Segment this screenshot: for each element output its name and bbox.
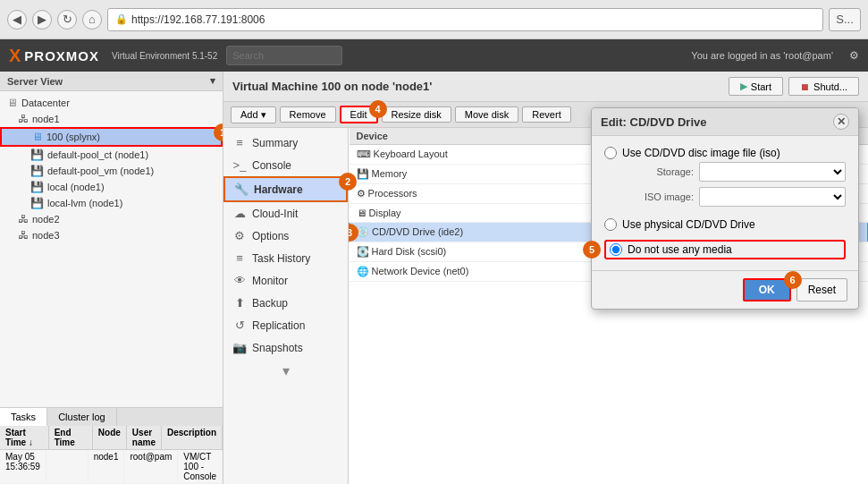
hardware-icon: 🔧 bbox=[234, 183, 249, 196]
col-user-label: User name bbox=[127, 426, 162, 449]
summary-icon: ≡ bbox=[232, 136, 247, 149]
memory-icon-cell: 💾 bbox=[357, 168, 369, 179]
col-device-header: Device bbox=[350, 128, 601, 145]
forward-button[interactable]: ▶ bbox=[32, 10, 52, 30]
resize-disk-button[interactable]: Resize disk bbox=[382, 106, 451, 123]
backup-icon: ⬆ bbox=[232, 296, 247, 310]
col-start-label: Start Time ↓ bbox=[0, 426, 49, 449]
move-disk-button[interactable]: Move disk bbox=[455, 106, 519, 123]
resize-disk-label: Resize disk bbox=[392, 109, 442, 120]
sidebar-chevron-icon[interactable]: ▾ bbox=[210, 75, 215, 87]
col-desc-label: Description bbox=[162, 426, 223, 449]
url-bar[interactable]: 🔒 https://192.168.77.191:8006 bbox=[107, 8, 823, 31]
nav-task-history[interactable]: ≡ Task History bbox=[223, 247, 348, 269]
node2-icon: 🖧 bbox=[18, 213, 29, 225]
start-button[interactable]: ▶ Start bbox=[729, 77, 783, 96]
radio-none-label: Do not use any media bbox=[628, 243, 732, 256]
storage-vm-icon: 💾 bbox=[30, 165, 44, 177]
radio-option-iso[interactable]: Use CD/DVD disc image file (iso) Storage… bbox=[604, 147, 846, 209]
nav-options[interactable]: ⚙ Options bbox=[223, 225, 348, 247]
move-disk-label: Move disk bbox=[465, 109, 510, 120]
ok-button[interactable]: OK 6 bbox=[743, 278, 791, 301]
radio-physical[interactable] bbox=[604, 218, 617, 231]
sidebar-item-local[interactable]: 💾 local (node1) bbox=[0, 179, 223, 195]
storage-ct-label: default-pool_ct (node1) bbox=[47, 149, 148, 160]
radio-none[interactable] bbox=[610, 243, 622, 256]
dialog-title-bar: Edit: CD/DVD Drive ✕ bbox=[592, 108, 858, 136]
sidebar-item-node3[interactable]: 🖧 node3 bbox=[0, 227, 223, 243]
revert-button[interactable]: Revert bbox=[522, 106, 570, 123]
nav-console-label: Console bbox=[252, 159, 291, 172]
vm-buttons: ▶ Start ⏹ Shutd... bbox=[729, 77, 859, 96]
cpu-icon-cell: ⚙ bbox=[357, 188, 366, 199]
dialog-close-button[interactable]: ✕ bbox=[833, 114, 849, 130]
browser-search-button[interactable]: S... bbox=[829, 8, 861, 31]
top-bar: X PROXMOX Virtual Environment 5.1-52 You… bbox=[0, 39, 868, 72]
radio-option-physical[interactable]: Use physical CD/DVD Drive bbox=[604, 218, 846, 231]
iso-select[interactable] bbox=[699, 187, 846, 207]
nav-snapshots[interactable]: 📷 Snapshots bbox=[223, 336, 348, 359]
url-text: https://192.168.77.191:8006 bbox=[131, 13, 265, 26]
storage-label: Storage: bbox=[622, 166, 694, 177]
sidebar-item-local-lvm[interactable]: 💾 local-lvm (node1) bbox=[0, 195, 223, 211]
sidebar-item-node2[interactable]: 🖧 node2 bbox=[0, 211, 223, 227]
dialog-body: Use CD/DVD disc image file (iso) Storage… bbox=[592, 136, 858, 270]
nav-monitor[interactable]: 👁 Monitor bbox=[223, 269, 348, 292]
add-label: Add bbox=[240, 109, 258, 120]
nav-hardware[interactable]: 🔧 Hardware 2 bbox=[223, 176, 348, 202]
sidebar-item-default-pool-vm[interactable]: 💾 default-pool_vm (node1) bbox=[0, 163, 223, 179]
sidebar-item-default-pool-ct[interactable]: 💾 default-pool_ct (node1) bbox=[0, 147, 223, 163]
gear-icon[interactable]: ⚙ bbox=[849, 49, 859, 62]
nav-backup[interactable]: ⬆ Backup bbox=[223, 292, 348, 314]
edit-label: Edit bbox=[350, 109, 367, 120]
refresh-button[interactable]: ↻ bbox=[57, 10, 77, 30]
tab-tasks[interactable]: Tasks bbox=[0, 408, 47, 426]
sidebar-item-vm100[interactable]: 🖥 100 (splynx) 1 bbox=[0, 127, 223, 147]
task-history-icon: ≡ bbox=[232, 251, 247, 265]
sidebar-item-datacenter[interactable]: 🖥 Datacenter bbox=[0, 95, 223, 111]
annotation-1: 1 bbox=[214, 123, 223, 141]
storage-select[interactable] bbox=[699, 162, 846, 182]
storage-vm-label: default-pool_vm (node1) bbox=[47, 166, 154, 176]
top-search-input[interactable] bbox=[226, 46, 342, 65]
col-node-label: Node bbox=[93, 426, 127, 449]
radio-option-none[interactable]: Do not use any media 5 bbox=[604, 240, 846, 259]
nav-task-history-label: Task History bbox=[252, 252, 310, 265]
sidebar-item-node1[interactable]: 🖧 node1 bbox=[0, 111, 223, 127]
keyboard-icon-cell: ⌨ bbox=[357, 149, 371, 159]
vm100-icon: 🖥 bbox=[32, 131, 43, 143]
tab-cluster-log[interactable]: Cluster log bbox=[47, 408, 117, 426]
reset-button[interactable]: Reset bbox=[796, 278, 847, 301]
nav-replication-label: Replication bbox=[252, 319, 305, 332]
table-row: May 05 15:36:59 node1 root@pam VM/CT 100… bbox=[0, 450, 223, 484]
nav-cloud-init[interactable]: ☁ Cloud-Init bbox=[223, 202, 348, 225]
sidebar-bottom: Tasks Cluster log Start Time ↓ End Time … bbox=[0, 407, 223, 484]
node1-label: node1 bbox=[32, 114, 60, 124]
datacenter-icon: 🖥 bbox=[7, 97, 18, 109]
edit-button[interactable]: Edit 4 bbox=[340, 106, 378, 123]
local-icon: 💾 bbox=[30, 181, 44, 193]
ok-label: OK bbox=[759, 284, 775, 296]
add-button[interactable]: Add ▾ bbox=[231, 106, 276, 123]
radio-iso[interactable] bbox=[604, 147, 617, 159]
vm100-label: 100 (splynx) bbox=[46, 132, 100, 142]
remove-button[interactable]: Remove bbox=[280, 106, 336, 123]
local-lvm-icon: 💾 bbox=[30, 197, 44, 209]
tasks-table-header: Start Time ↓ End Time Node User name Des… bbox=[0, 426, 223, 450]
task-end bbox=[46, 450, 88, 483]
shutdown-button[interactable]: ⏹ Shutd... bbox=[788, 77, 859, 96]
nav-console[interactable]: >_ Console bbox=[223, 154, 348, 176]
sidebar-header: Server View ▾ bbox=[0, 72, 223, 91]
home-button[interactable]: ⌂ bbox=[82, 10, 102, 30]
edit-cdvd-dialog: Edit: CD/DVD Drive ✕ Use CD/DVD disc ima… bbox=[591, 107, 859, 310]
task-desc: VM/CT 100 - Console bbox=[178, 450, 223, 483]
nav-summary[interactable]: ≡ Summary bbox=[223, 132, 348, 154]
play-icon: ▶ bbox=[740, 81, 747, 92]
console-icon: >_ bbox=[232, 158, 247, 172]
nav-replication[interactable]: ↺ Replication bbox=[223, 314, 348, 336]
nav-cloud-init-label: Cloud-Init bbox=[252, 208, 298, 220]
device-keyboard: ⌨ Keyboard Layout bbox=[350, 145, 601, 165]
scroll-down-indicator[interactable]: ▾ bbox=[223, 359, 348, 383]
back-button[interactable]: ◀ bbox=[7, 10, 27, 30]
radio-physical-label: Use physical CD/DVD Drive bbox=[622, 218, 755, 231]
